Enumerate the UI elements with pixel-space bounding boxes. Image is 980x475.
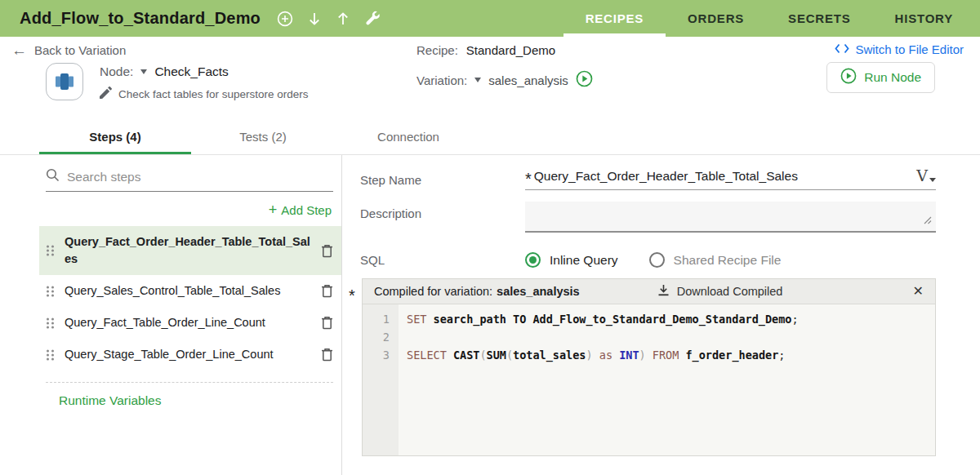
nav-tab-history[interactable]: HISTORY [873,0,975,37]
section-tabs: Steps (4)Tests (2)Connection [0,118,980,155]
steps-panel: + Add Step Query_Fact_Order_Header_Table… [0,155,342,475]
play-variation-icon[interactable] [576,70,593,90]
delete-step-button[interactable] [321,316,333,330]
main-content: + Add Step Query_Fact_Order_Header_Table… [0,155,980,475]
add-step-label: Add Step [281,203,332,217]
tab-tests-2[interactable]: Tests (2) [191,118,335,154]
run-node-button[interactable]: Run Node [826,62,935,93]
drag-handle-icon[interactable] [46,244,55,257]
drag-handle-icon[interactable] [46,317,55,330]
line-number: 2 [363,328,399,346]
add-step-button[interactable]: + Add Step [0,202,332,217]
runtime-variables-link[interactable]: Runtime Variables [59,393,162,408]
arrow-down-icon[interactable] [307,11,322,27]
radio-label: Shared Recipe File [674,253,782,268]
nav-tab-orders[interactable]: ORDERS [666,0,766,37]
tab-steps-4[interactable]: Steps (4) [39,118,191,154]
node-type-icon [46,63,83,100]
edit-pencil-icon[interactable] [100,87,112,101]
step-item[interactable]: Query_Fact_Table_Order_Line_Count [39,307,341,339]
run-node-label: Run Node [864,70,921,85]
node-name[interactable]: Check_Facts [154,64,228,79]
radio-label: Inline Query [550,253,618,268]
app-window: Add_Flow_to_Standard_Demo RECIPESORDERSS… [0,0,980,475]
code-line: 1SET search_path TO Add_Flow_to_Standard… [363,310,935,328]
variable-picker-icon[interactable]: V [916,168,936,184]
delete-step-button[interactable] [321,348,333,362]
wrench-icon[interactable] [364,10,381,27]
code-line: 3SELECT CAST(SUM(total_sales) as INT) FR… [363,346,935,364]
editor-header: Compiled for variation: sales_analysis D… [363,279,935,304]
sql-source-radios: Inline QueryShared Recipe File [525,252,781,268]
nav-tab-recipes[interactable]: RECIPES [564,0,666,37]
node-dropdown-caret-icon[interactable] [140,69,147,74]
download-icon [657,284,670,300]
switch-to-file-editor-link[interactable]: Switch to File Editor [835,42,964,56]
resize-handle-icon[interactable] [924,213,932,228]
variation-label: Variation: [416,73,467,87]
node-info: Node: Check_Facts Check fact tables for … [100,64,309,101]
variation-value[interactable]: sales_analysis [488,73,568,87]
delete-step-button[interactable] [321,284,333,298]
radio-inline-query[interactable]: Inline Query [525,252,618,268]
description-row: Description [360,202,936,233]
variation-dropdown-caret-icon[interactable] [474,78,481,82]
description-input[interactable] [525,202,936,233]
code-lines: 1SET search_path TO Add_Flow_to_Standard… [363,304,935,364]
step-item[interactable]: Query_Stage_Table_Order_Line_Count [39,339,341,371]
sql-editor-row: * Compiled for variation: sales_analysis… [360,278,936,456]
flow-title: Add_Flow_to_Standard_Demo [20,9,261,28]
required-marker: * [525,172,532,185]
step-name-label: Query_Stage_Table_Order_Line_Count [65,346,311,363]
step-item[interactable]: Query_Fact_Order_Header_Table_Total_Sale… [39,226,341,275]
download-label: Download Compiled [677,285,783,298]
step-name-label: Step Name [360,168,525,187]
add-circle-icon[interactable] [277,11,293,27]
close-icon[interactable]: ✕ [913,285,924,298]
sql-row: SQL Inline QueryShared Recipe File [360,252,936,268]
code-area[interactable]: 1SET search_path TO Add_Flow_to_Standard… [363,304,935,455]
back-label: Back to Variation [34,43,126,57]
radio-circle-icon [649,252,665,268]
steps-list: Query_Fact_Order_Header_Table_Total_Sale… [0,226,341,371]
step-name-input[interactable] [534,169,914,184]
code-brackets-icon [835,42,849,56]
arrow-up-icon[interactable] [336,11,350,27]
sql-editor: Compiled for variation: sales_analysis D… [362,278,936,456]
step-name-label: Query_Sales_Control_Table_Total_Sales [65,282,311,300]
step-detail-panel: Step Name * V Description [342,155,980,475]
node-description: Check fact tables for superstore orders [118,88,309,100]
drag-handle-icon[interactable] [46,348,55,362]
code-line: 2 [363,328,935,346]
radio-shared-recipe-file[interactable]: Shared Recipe File [649,252,782,268]
step-name-label: Query_Fact_Order_Header_Table_Total_Sale… [65,233,311,268]
header-actions [277,10,381,27]
step-item[interactable]: Query_Sales_Control_Table_Total_Sales [39,275,341,307]
switch-label: Switch to File Editor [855,42,964,56]
back-to-variation-link[interactable]: ← Back to Variation [11,42,126,58]
back-arrow-icon: ← [11,42,27,58]
download-compiled-button[interactable]: Download Compiled [657,284,783,300]
description-label: Description [360,202,525,220]
sql-label: SQL [360,253,525,267]
radio-circle-icon [525,252,541,268]
step-name-label: Query_Fact_Table_Order_Line_Count [65,314,311,331]
drag-handle-icon[interactable] [46,285,55,298]
search-steps-box [46,168,333,192]
runtime-variables-section: Runtime Variables [46,382,333,408]
toolbar-row: ← Back to Variation Recipe: Standard_Dem… [0,37,980,64]
line-number: 1 [363,310,399,328]
top-navigation: RECIPESORDERSSECRETSHISTORY [564,0,975,37]
search-icon [46,168,60,185]
recipe-label: Recipe: [416,43,458,57]
sql-required-marker: * [349,286,355,305]
compiled-variation: sales_analysis [497,285,580,298]
tab-connection[interactable]: Connection [335,118,482,154]
delete-step-button[interactable] [321,244,333,258]
variable-caret-icon [929,178,936,182]
search-steps-input[interactable] [67,170,333,184]
play-circle-icon [840,68,857,87]
node-label: Node: [100,64,133,79]
nav-tab-secrets[interactable]: SECRETS [766,0,872,37]
node-row: Node: Check_Facts Check fact tables for … [0,64,980,118]
